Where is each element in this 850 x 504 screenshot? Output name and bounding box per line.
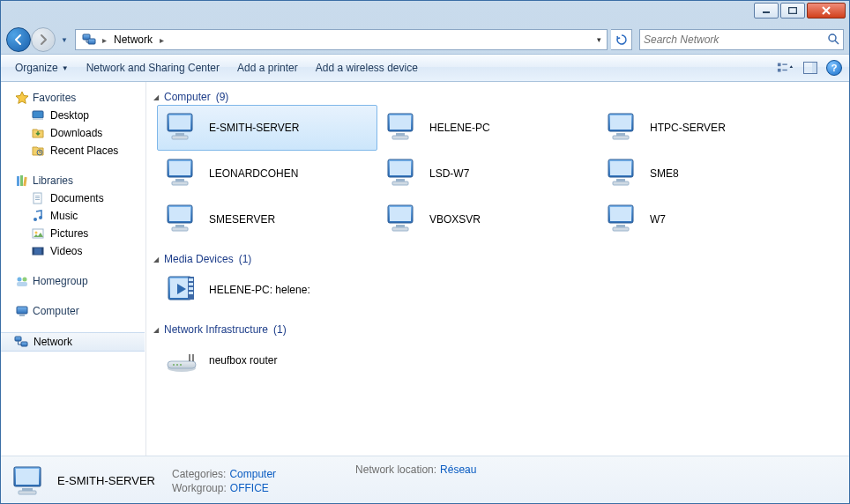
view-options-button[interactable] xyxy=(777,59,794,77)
computer-icon xyxy=(384,155,421,192)
svg-rect-40 xyxy=(390,115,411,130)
content-pane: ◢Computer (9)E-SMITH-SERVERHELENE-PCHTPC… xyxy=(146,82,849,456)
sidebar-item-pictures[interactable]: Pictures xyxy=(1,225,145,242)
history-dropdown-icon[interactable]: ▼ xyxy=(57,33,71,47)
back-button[interactable] xyxy=(6,27,31,52)
detail-value: Computer xyxy=(229,468,276,480)
videos-icon xyxy=(31,244,45,258)
network-item[interactable]: SMESERVER xyxy=(157,196,377,242)
computer-item[interactable]: Computer xyxy=(1,302,145,320)
star-icon xyxy=(15,91,29,105)
svg-rect-30 xyxy=(17,282,27,286)
address-dropdown-icon[interactable]: ▾ xyxy=(597,35,601,44)
address-bar[interactable]: ▸ Network ▸ ▾ xyxy=(75,29,608,50)
svg-rect-31 xyxy=(17,307,27,314)
search-box[interactable] xyxy=(639,29,844,50)
breadcrumb-network[interactable]: Network xyxy=(108,30,158,49)
svg-rect-50 xyxy=(172,182,188,185)
network-item[interactable]: HELENE-PC xyxy=(377,105,598,151)
refresh-button[interactable] xyxy=(611,29,632,50)
network-item[interactable]: LSD-W7 xyxy=(377,151,598,196)
item-label: E-SMITH-SERVER xyxy=(209,122,299,134)
svg-point-81 xyxy=(176,364,178,366)
network-item[interactable]: E-SMITH-SERVER xyxy=(157,105,377,151)
group-header-media-devices[interactable]: ◢Media Devices (1) xyxy=(150,251,846,267)
svg-point-21 xyxy=(34,218,37,221)
network-item[interactable]: VBOXSVR xyxy=(377,196,598,242)
svg-rect-32 xyxy=(19,315,25,316)
svg-rect-56 xyxy=(610,161,631,175)
svg-point-29 xyxy=(23,278,27,282)
maximize-button[interactable] xyxy=(780,3,805,19)
svg-rect-5 xyxy=(778,63,781,67)
sidebar-item-documents[interactable]: Documents xyxy=(1,189,145,207)
title-bar xyxy=(1,1,849,26)
network-item[interactable]: HTPC-SERVER xyxy=(598,105,818,151)
help-button[interactable]: ? xyxy=(826,60,842,76)
svg-rect-27 xyxy=(41,248,43,255)
search-icon[interactable] xyxy=(827,33,839,48)
item-label: SME8 xyxy=(650,167,679,180)
svg-rect-48 xyxy=(169,161,190,175)
svg-rect-42 xyxy=(392,136,408,139)
network-sharing-center-button[interactable]: Network and Sharing Center xyxy=(79,58,227,78)
details-pane: E-SMITH-SERVER Categories:Computer Workg… xyxy=(1,456,849,504)
close-button[interactable] xyxy=(807,3,846,19)
svg-rect-8 xyxy=(782,70,787,70)
add-wireless-button[interactable]: Add a wireless device xyxy=(309,58,425,78)
svg-rect-70 xyxy=(613,227,629,231)
network-item[interactable]: W7 xyxy=(598,196,818,242)
svg-rect-26 xyxy=(33,248,34,255)
pictures-icon xyxy=(31,226,45,241)
search-input[interactable] xyxy=(644,33,827,46)
sidebar-item-downloads[interactable]: Downloads xyxy=(1,124,145,142)
preview-pane-button[interactable] xyxy=(802,59,819,77)
network-item[interactable]: LEONARDCOHEN xyxy=(157,151,377,196)
svg-rect-46 xyxy=(613,136,629,139)
computer-icon xyxy=(10,462,48,500)
svg-rect-62 xyxy=(172,227,188,231)
svg-rect-84 xyxy=(16,469,39,485)
sidebar-item-music[interactable]: Music xyxy=(1,207,145,225)
svg-point-4 xyxy=(829,34,836,41)
computer-icon xyxy=(163,155,200,192)
network-item[interactable]: Network xyxy=(1,332,145,352)
svg-rect-20 xyxy=(35,199,40,200)
organize-menu[interactable]: Organize▼ xyxy=(8,58,76,78)
detail-key: Network location: xyxy=(355,463,436,476)
item-label: LEONARDCOHEN xyxy=(209,167,298,180)
svg-rect-14 xyxy=(17,176,19,186)
svg-rect-34 xyxy=(21,342,27,346)
group-header-network-infrastructure[interactable]: ◢Network Infrastructure (1) xyxy=(150,322,846,337)
svg-point-24 xyxy=(35,232,38,234)
add-printer-button[interactable]: Add a printer xyxy=(230,58,305,78)
svg-rect-33 xyxy=(15,337,21,341)
group-header-computer[interactable]: ◢Computer (9) xyxy=(150,89,846,105)
libraries-header[interactable]: Libraries xyxy=(1,172,145,189)
svg-rect-3 xyxy=(88,39,95,44)
network-item[interactable]: SME8 xyxy=(598,151,818,196)
chevron-right-icon[interactable]: ▸ xyxy=(101,35,108,45)
homegroup-item[interactable]: Homegroup xyxy=(1,272,145,290)
svg-rect-36 xyxy=(169,115,190,130)
network-item[interactable]: HELENE-PC: helene: xyxy=(157,267,377,313)
recent-places-icon xyxy=(31,144,45,158)
toolbar: Organize▼ Network and Sharing Center Add… xyxy=(1,54,849,82)
svg-rect-54 xyxy=(392,182,408,185)
desktop-icon xyxy=(31,108,45,122)
sidebar-item-desktop[interactable]: Desktop xyxy=(1,107,145,124)
router-icon xyxy=(163,342,200,379)
sidebar-item-recent-places[interactable]: Recent Places xyxy=(1,142,145,159)
svg-rect-15 xyxy=(20,175,23,186)
svg-rect-60 xyxy=(169,207,190,221)
sidebar-item-videos[interactable]: Videos xyxy=(1,242,145,260)
collapse-icon: ◢ xyxy=(153,93,159,101)
forward-button[interactable] xyxy=(31,27,56,52)
favorites-header[interactable]: Favorites xyxy=(1,89,145,107)
chevron-right-icon[interactable]: ▸ xyxy=(158,35,166,45)
computer-icon xyxy=(384,201,421,238)
network-item[interactable]: neufbox router xyxy=(157,337,377,383)
documents-icon xyxy=(31,191,45,205)
svg-rect-68 xyxy=(610,207,631,221)
minimize-button[interactable] xyxy=(754,3,779,19)
